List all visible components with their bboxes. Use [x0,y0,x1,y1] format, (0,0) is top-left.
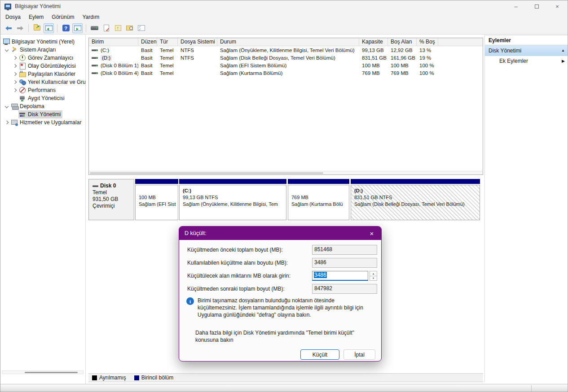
collapse-icon[interactable]: ▲ [561,48,565,52]
show-action-pane-icon[interactable] [72,23,83,33]
volume-row-partition1[interactable]: (Disk 0 Bölüm 1) Basit Temel Sağlam (EFI… [89,61,483,69]
partition-recovery[interactable]: 769 MB Sağlam (Kurtarma Bölü [288,179,349,220]
console-tree-pane: Bilgisayar Yönetimi (Yerel) Sistem Araçl… [0,35,86,384]
app-icon [4,4,11,9]
dialog-info-text: Birimi taşınamaz dosyaların bulunduğu no… [198,297,374,318]
volume-icon [92,57,98,59]
performance-icon [19,87,26,94]
volume-row-d[interactable]: (D:) Basit Temel NTFS Sağlam (Disk Belle… [89,54,483,61]
volume-icon [92,49,98,51]
column-header-dosya-sistemi[interactable]: Dosya Sistemi [178,38,217,46]
field-available-shrink: 3486 [312,258,377,268]
tree-item-performance[interactable]: Performans [0,86,85,94]
tree-item-device-manager[interactable]: Aygıt Yöneticisi [0,94,85,102]
disk0-info-panel[interactable]: Disk 0 Temel 931,50 GB Çevrimiçi [88,179,134,220]
upload-icon[interactable] [113,23,123,33]
actions-group-disk-management[interactable]: Disk Yönetimi ▲ [485,45,568,56]
disk-graph-pane: Disk 0 Temel 931,50 GB Çevrimiçi 100 MB … [88,179,483,220]
back-icon[interactable] [3,23,13,33]
forward-icon[interactable] [15,23,25,33]
volume-row-c[interactable]: (C:) Basit Temel NTFS Sağlam (Önyükleme,… [89,46,483,54]
chevron-right-icon[interactable] [11,81,18,83]
partition-color-bar [179,179,286,184]
export-folder-icon[interactable]: ↗ [32,23,42,33]
clock-icon [19,54,26,61]
chevron-down-icon[interactable] [3,105,10,108]
info-icon: i [186,297,194,305]
menu-bar: Dosya Eylem Görünüm Yardım [0,12,568,22]
tree-item-storage[interactable]: Depolama [0,102,85,110]
shrink-dialog: D küçült: × Küçültmeden önceki toplam bo… [179,226,382,362]
toolbar: ↗ ? ✓✓ [0,22,568,35]
menu-gorunum[interactable]: Görünüm [48,13,78,21]
storage-icon [11,103,18,110]
chevron-right-icon[interactable] [11,73,18,75]
volume-icon [92,72,98,74]
chevron-down-icon[interactable] [3,48,10,51]
chevron-right-icon[interactable] [11,65,18,67]
toolbar-separator [57,24,57,32]
menu-eylem[interactable]: Eylem [25,13,48,21]
tree-item-local-users-groups[interactable]: Yerel Kullanıcılar ve Gru [0,78,85,86]
actions-item-ek-eylemler[interactable]: Ek Eylemler ▶ [485,56,568,66]
partition-efi[interactable]: 100 MB Sağlam (EFI Sist [135,179,178,220]
validate-document-icon[interactable] [101,23,111,33]
field-total-before: 851468 [312,245,377,255]
dialog-title: D küçült: [179,226,381,240]
volume-list-horizontal-scrollbar[interactable] [89,171,483,174]
title-bar: Bilgisayar Yönetimi – × [0,0,568,12]
event-viewer-icon [19,62,26,70]
field-label-shrink-amount: Küçültülecek alan miktarını MB olarak gi… [187,273,312,279]
partition-color-bar [351,179,480,184]
disk-icon [92,185,98,187]
disk-size: 931,50 GB [92,196,134,203]
dialog-close-icon[interactable]: × [362,226,381,240]
tree-item-system-tools[interactable]: Sistem Araçları [0,46,85,54]
tree-item-shared-folders[interactable]: Paylaşılan Klasörler [0,70,85,78]
tree-item-task-scheduler[interactable]: Görev Zamanlayıcı [0,54,85,62]
tree-item-disk-management[interactable]: Disk Yönetimi [0,110,85,118]
sidebar-horizontal-scrollbar[interactable] [2,370,84,374]
tree-item-computer-management[interactable]: Bilgisayar Yönetimi (Yerel) [0,38,85,46]
partition-color-bar [135,179,178,184]
disk-type: Temel [92,189,134,196]
computer-icon [3,38,10,45]
chevron-right-icon[interactable] [11,89,18,91]
shrink-amount-input[interactable]: 3486 [312,271,368,281]
column-header-kapasite[interactable]: Kapasite [359,38,388,46]
chevron-right-icon[interactable] [3,121,10,124]
tools-icon [11,46,18,53]
disk-management-icon [19,111,26,118]
legend-primary-partition: Birincil bölüm [134,375,173,381]
cancel-button[interactable]: İptal [343,349,375,360]
help-icon[interactable]: ? [61,23,71,33]
column-header-bos-alan[interactable]: Boş Alan [388,38,417,46]
show-console-tree-icon[interactable] [44,23,54,33]
partition-d-selected[interactable]: (D:) 831,51 GB NTFS Sağlam (Disk Belleği… [351,179,480,220]
unallocated-swatch [92,375,97,380]
volume-icon [92,65,98,66]
column-header-duzen[interactable]: Düzen [138,38,157,46]
spinner-down-icon[interactable]: ▼ [370,276,377,281]
partition-c[interactable]: (C:) 99,13 GB NTFS Sağlam (Önyükleme, Ki… [179,179,286,220]
menu-yardim[interactable]: Yardım [78,13,103,21]
search-folder-icon[interactable] [124,23,135,33]
shrink-button[interactable]: Küçült [300,349,339,360]
tree-item-event-viewer[interactable]: Olay Görüntüleyicisi [0,62,85,70]
column-header-yuzde-bos[interactable]: % Boş [417,38,438,46]
device-icon[interactable] [89,23,100,33]
checklist-icon[interactable]: ✓✓ [136,23,146,33]
column-header-tur[interactable]: Tür [157,38,178,46]
minimize-button[interactable]: – [506,0,526,12]
tree-item-services-applications[interactable]: Hizmetler ve Uygulamalar [0,118,85,126]
menu-dosya[interactable]: Dosya [1,13,25,21]
column-header-durum[interactable]: Durum [217,38,359,46]
close-button[interactable]: × [547,0,568,12]
volume-row-partition4[interactable]: (Disk 0 Bölüm 4) Basit Temel Sağlam (Kur… [89,69,483,77]
column-header-birim[interactable]: Birim [89,38,138,46]
disk-status: Çevrimiçi [92,203,134,209]
volume-table-header: Birim Düzen Tür Dosya Sistemi Durum Kapa… [89,38,483,46]
maximize-button[interactable] [526,0,547,12]
chevron-right-icon[interactable] [11,57,18,59]
spinner-up-icon[interactable]: ▲ [370,271,377,276]
